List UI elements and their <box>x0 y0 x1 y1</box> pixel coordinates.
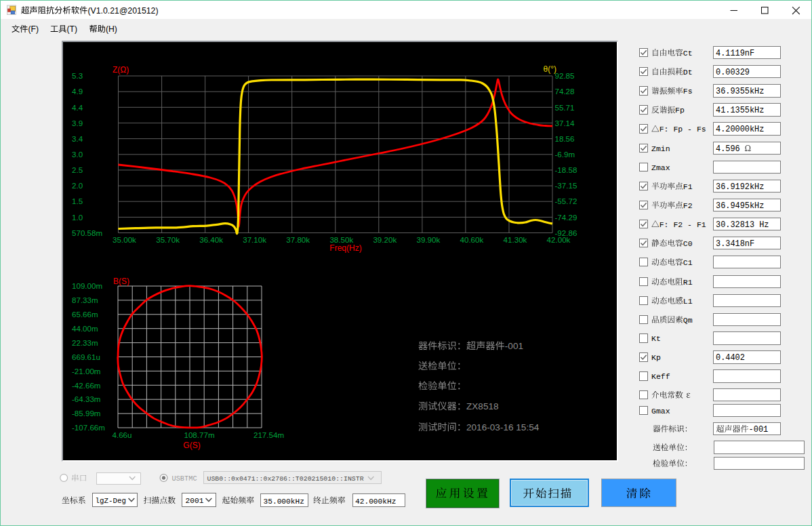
svg-text:Ct: Ct <box>683 49 693 58</box>
svg-text:(H): (H) <box>106 24 117 34</box>
svg-text:Kp: Kp <box>651 353 661 362</box>
svg-text:3.0: 3.0 <box>72 150 83 159</box>
svg-text:-74.29: -74.29 <box>555 213 577 222</box>
svg-text:2016-03-16 15:54: 2016-03-16 15:54 <box>466 422 540 432</box>
svg-text:4.596: 4.596 <box>716 144 745 154</box>
svg-text:74.28: 74.28 <box>555 87 575 96</box>
svg-text:F: Fp - Fs: F: Fp - Fs <box>659 125 706 134</box>
svg-text:F: F2 - F1: F: F2 - F1 <box>659 220 706 229</box>
svg-text:5.3: 5.3 <box>72 71 83 80</box>
svg-text:Gmax: Gmax <box>651 407 670 416</box>
svg-text:-55.72: -55.72 <box>555 197 577 205</box>
svg-text:-18.58: -18.58 <box>555 165 577 174</box>
svg-text:41.1355kHz: 41.1355kHz <box>716 106 764 115</box>
svg-text:ZX8518: ZX8518 <box>466 401 499 411</box>
svg-text:35.000kHz: 35.000kHz <box>264 498 304 506</box>
svg-text:3.3418nF: 3.3418nF <box>716 239 754 249</box>
svg-text:Dt: Dt <box>683 68 693 77</box>
svg-text:18.56: 18.56 <box>555 134 575 143</box>
svg-text:-001: -001 <box>505 341 523 351</box>
svg-text:30.32813 Hz: 30.32813 Hz <box>716 220 769 230</box>
svg-text:-37.15: -37.15 <box>555 181 577 190</box>
svg-text:2.5: 2.5 <box>72 165 83 174</box>
svg-text:109.00m: 109.00m <box>72 281 102 290</box>
svg-text:-6.9m: -6.9m <box>555 150 575 159</box>
svg-text:22.33m: 22.33m <box>72 338 98 347</box>
svg-text:36.9192kHz: 36.9192kHz <box>716 182 764 192</box>
svg-text:F2: F2 <box>683 201 693 210</box>
svg-text:37.10k: 37.10k <box>243 235 266 244</box>
svg-text:55.71: 55.71 <box>555 103 575 112</box>
svg-text:108.77m: 108.77m <box>184 430 214 439</box>
svg-text:570.58m: 570.58m <box>72 228 102 237</box>
svg-text:Freq(Hz): Freq(Hz) <box>329 243 361 253</box>
svg-text:R1: R1 <box>683 278 693 287</box>
svg-text:θ(°): θ(°) <box>544 64 556 74</box>
svg-text:36.9355kHz: 36.9355kHz <box>716 87 764 96</box>
svg-text:40.60k: 40.60k <box>460 235 483 244</box>
svg-text:669.61u: 669.61u <box>72 352 100 361</box>
svg-text:Zmax: Zmax <box>651 163 670 172</box>
svg-text:B(S): B(S) <box>113 277 129 286</box>
svg-text:(F): (F) <box>28 24 39 34</box>
svg-text:-107.66m: -107.66m <box>72 423 105 432</box>
svg-text:Kt: Kt <box>651 334 661 343</box>
svg-text:35.70k: 35.70k <box>156 235 180 244</box>
svg-text:G(S): G(S) <box>183 441 200 450</box>
svg-text:0.4402: 0.4402 <box>716 353 745 363</box>
svg-text:C0: C0 <box>683 239 693 248</box>
svg-text:Fs: Fs <box>683 87 693 96</box>
svg-text:217.54m: 217.54m <box>253 430 284 439</box>
svg-text:2001: 2001 <box>186 497 204 505</box>
svg-text:2.0: 2.0 <box>72 181 83 190</box>
svg-text:3.9: 3.9 <box>72 119 83 127</box>
svg-text:USB0::0x0471::0x2786::T0202150: USB0::0x0471::0x2786::T020215010::INSTR <box>207 475 364 483</box>
svg-text:92.85: 92.85 <box>555 71 575 80</box>
svg-text:4.9: 4.9 <box>72 87 83 96</box>
svg-text:39.90k: 39.90k <box>416 235 440 244</box>
svg-text:Zmin: Zmin <box>651 144 670 153</box>
svg-text:4.66u: 4.66u <box>112 430 131 439</box>
svg-text:USBTMC: USBTMC <box>172 474 197 483</box>
svg-text:35.00k: 35.00k <box>113 235 136 244</box>
svg-text:4.1119nF: 4.1119nF <box>716 49 754 58</box>
svg-text:41.30k: 41.30k <box>504 235 527 244</box>
svg-text:4.4: 4.4 <box>72 103 83 112</box>
svg-text:-64.33m: -64.33m <box>72 394 101 403</box>
svg-text:-42.66m: -42.66m <box>72 381 101 390</box>
svg-text:42.000kHz: 42.000kHz <box>355 498 396 506</box>
svg-text:4.20000kHz: 4.20000kHz <box>716 125 764 134</box>
svg-text:37.14: 37.14 <box>555 119 575 127</box>
svg-text:F1: F1 <box>683 182 693 191</box>
svg-text:(T): (T) <box>66 24 77 34</box>
svg-text:(V1.0.21@201512): (V1.0.21@201512) <box>87 6 158 16</box>
svg-text:Keff: Keff <box>651 372 670 381</box>
svg-text:L1: L1 <box>683 297 693 306</box>
svg-text:39.20k: 39.20k <box>373 235 397 244</box>
svg-text:-001: -001 <box>749 425 769 434</box>
svg-text:1.5: 1.5 <box>72 197 83 205</box>
svg-text:Fp: Fp <box>675 106 685 115</box>
svg-text:37.80k: 37.80k <box>286 235 310 244</box>
svg-text:0.00329: 0.00329 <box>716 68 750 77</box>
svg-text:87.33m: 87.33m <box>72 296 98 304</box>
svg-text:44.00m: 44.00m <box>72 324 98 333</box>
svg-text:65.66m: 65.66m <box>72 310 98 319</box>
svg-text:36.40k: 36.40k <box>199 235 223 244</box>
svg-text:42.00k: 42.00k <box>547 235 571 244</box>
svg-text:-21.00m: -21.00m <box>72 367 101 376</box>
svg-text:C1: C1 <box>683 258 693 267</box>
svg-text:-85.99m: -85.99m <box>72 409 101 418</box>
svg-text:36.9495kHz: 36.9495kHz <box>716 201 764 211</box>
svg-text:Qm: Qm <box>683 316 693 325</box>
svg-text:3.4: 3.4 <box>72 134 83 143</box>
svg-text:1.0: 1.0 <box>72 213 83 222</box>
svg-text:Z(Ω): Z(Ω) <box>113 65 129 75</box>
svg-text:lgZ-Deg: lgZ-Deg <box>96 497 126 505</box>
